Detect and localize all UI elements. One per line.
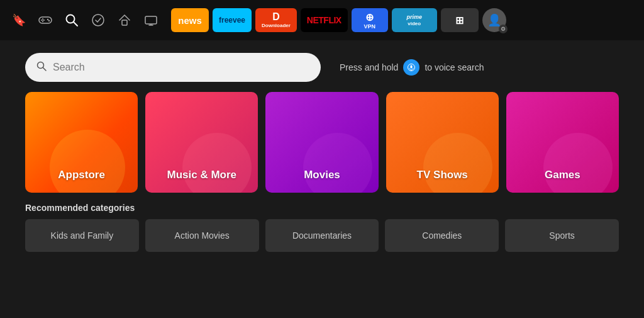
search-nav-icon[interactable] <box>63 11 80 29</box>
games-label: Games <box>545 169 580 181</box>
rec-chips: Kids and Family Action Movies Documentar… <box>25 219 619 252</box>
cards-grid: Appstore Music & More Movies TV Shows Ga… <box>25 92 619 193</box>
nav-icons: 🔖 <box>10 11 160 29</box>
voice-hint-prefix: Press and hold <box>340 62 398 72</box>
vpn-chip[interactable]: ⊕ VPN <box>352 8 388 32</box>
tvshows-label: TV Shows <box>417 169 468 181</box>
prime-chip[interactable]: prime video <box>392 8 437 32</box>
search-box[interactable]: Search <box>25 53 321 82</box>
gamepad-icon[interactable] <box>36 11 54 29</box>
svg-point-7 <box>48 20 50 21</box>
svg-point-10 <box>92 14 104 26</box>
svg-point-4 <box>41 20 42 21</box>
rec-kids-family[interactable]: Kids and Family <box>25 219 139 252</box>
music-card[interactable]: Music & More <box>145 92 258 193</box>
recommended-section: Recommended categories Kids and Family A… <box>0 193 644 252</box>
home-icon[interactable] <box>116 11 133 29</box>
recommended-title: Recommended categories <box>25 203 619 213</box>
svg-line-9 <box>74 22 77 26</box>
svg-rect-11 <box>122 20 127 25</box>
avatar[interactable]: 👤 ⚙ <box>482 8 506 32</box>
svg-point-2 <box>42 18 43 20</box>
bookmark-icon[interactable]: 🔖 <box>10 11 28 29</box>
news-chip[interactable]: news <box>171 8 209 32</box>
voice-hint-suffix: to voice search <box>425 62 484 72</box>
top-nav: 🔖 <box>0 0 644 40</box>
tvshows-card[interactable]: TV Shows <box>386 92 499 193</box>
movies-card[interactable]: Movies <box>265 92 378 193</box>
svg-line-16 <box>43 68 47 71</box>
svg-point-5 <box>43 20 45 21</box>
search-box-icon <box>36 61 47 74</box>
search-placeholder: Search <box>53 62 85 73</box>
gear-icon: ⚙ <box>499 25 508 33</box>
rec-documentaries[interactable]: Documentaries <box>265 219 379 252</box>
svg-rect-12 <box>145 16 157 24</box>
rec-action-movies[interactable]: Action Movies <box>145 219 259 252</box>
appstore-label: Appstore <box>58 169 105 181</box>
svg-rect-18 <box>411 65 413 69</box>
netflix-chip[interactable]: NETFLIX <box>301 8 348 32</box>
rec-comedies[interactable]: Comedies <box>385 219 499 252</box>
freevee-chip[interactable]: freevee <box>213 8 252 32</box>
check-circle-icon[interactable] <box>89 11 107 29</box>
cards-section: Appstore Music & More Movies TV Shows Ga… <box>0 92 644 193</box>
grid-chip[interactable]: ⊞ <box>441 8 479 32</box>
music-label: Music & More <box>167 169 237 181</box>
voice-button[interactable] <box>403 59 419 76</box>
svg-point-6 <box>47 19 48 20</box>
games-card[interactable]: Games <box>506 92 619 193</box>
tv-icon[interactable] <box>142 11 160 29</box>
appstore-card[interactable]: Appstore <box>25 92 138 193</box>
rec-sports[interactable]: Sports <box>505 219 619 252</box>
app-chips: news freevee D Downloader NETFLIX ⊕ VPN … <box>171 8 634 32</box>
svg-point-3 <box>42 21 43 22</box>
movies-label: Movies <box>304 169 340 181</box>
search-area: Search Press and hold to voice search <box>0 40 644 92</box>
voice-hint: Press and hold to voice search <box>340 59 484 76</box>
downloader-chip[interactable]: D Downloader <box>255 8 297 32</box>
